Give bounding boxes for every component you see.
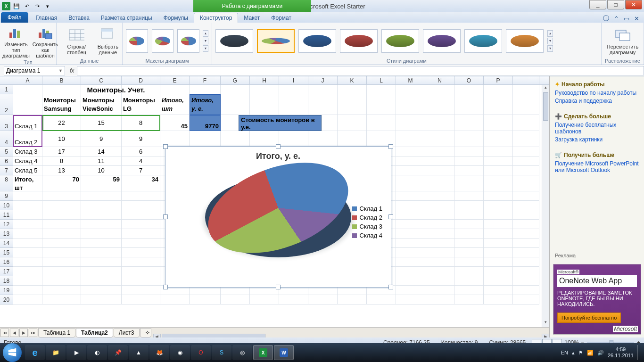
sheet-nav-first[interactable]: ⏮ (0, 329, 9, 337)
col-header[interactable]: I (279, 76, 308, 84)
chart-style-2[interactable] (257, 29, 295, 53)
row-header[interactable]: 2 (0, 94, 13, 115)
tab-file[interactable]: Файл (1, 12, 28, 23)
cell[interactable]: 59 (81, 175, 122, 191)
col-header[interactable]: H (250, 76, 279, 84)
sheet-nav-next[interactable]: ▶ (19, 329, 28, 337)
taskbar-opera-icon[interactable]: O (191, 345, 211, 360)
cell[interactable]: 10 (42, 131, 81, 147)
tray-flag-icon[interactable]: ⚑ (578, 350, 583, 356)
col-header[interactable]: L (367, 76, 396, 84)
link-help[interactable]: Справка и поддержка (555, 98, 639, 104)
row-header[interactable]: 11 (0, 210, 13, 220)
undo-icon[interactable]: ↶ (23, 2, 31, 10)
cell[interactable]: Мониторы Samsung (42, 94, 81, 115)
col-header[interactable]: C (81, 76, 122, 84)
help-icon[interactable]: ⓘ (603, 14, 609, 23)
row-header[interactable]: 20 (0, 295, 13, 304)
cell[interactable]: Склад 3 (13, 147, 42, 156)
namebox-dropdown-icon[interactable]: ▼ (58, 68, 63, 73)
layouts-scroll-down[interactable]: ▾ (203, 38, 208, 44)
taskbar-word-icon[interactable]: W (274, 345, 294, 360)
row-header[interactable]: 14 (0, 239, 13, 248)
cell[interactable]: 45 (160, 115, 190, 131)
ribbon-minimize-icon[interactable]: ⌃ (614, 15, 619, 22)
row-header[interactable]: 3 (0, 115, 13, 131)
row-header[interactable]: 4 (0, 131, 13, 147)
col-header[interactable]: B (42, 76, 81, 84)
tab-page-layout[interactable]: Разметка страницы (95, 13, 158, 23)
taskbar-excel-icon[interactable]: X (253, 345, 273, 360)
taskbar-chrome-icon[interactable]: ◉ (170, 345, 190, 360)
select-data-button[interactable]: Выбрать данные (97, 26, 119, 56)
row-header[interactable]: 1 (0, 85, 13, 94)
tray-clock[interactable]: 4:59 26.11.2011 (608, 346, 634, 359)
cell[interactable]: Итого, у. е. (190, 94, 221, 115)
chart-style-8[interactable] (506, 29, 544, 53)
resize-handle[interactable] (276, 285, 281, 289)
embedded-pie-chart[interactable]: Итого, у. е. Склад 1 Склад 2 Склад 3 Скл… (165, 146, 391, 288)
cell[interactable]: 34 (122, 175, 160, 191)
chart-layout-2[interactable] (152, 29, 174, 53)
fx-label[interactable]: fx (70, 67, 74, 74)
chart-style-1[interactable] (215, 29, 253, 53)
cell[interactable]: 8 (42, 156, 81, 166)
col-header[interactable]: M (396, 76, 425, 84)
resize-handle[interactable] (388, 285, 393, 289)
col-header[interactable]: G (221, 76, 250, 84)
resize-handle[interactable] (163, 214, 168, 219)
tray-lang[interactable]: EN (561, 350, 568, 355)
col-header[interactable]: O (454, 76, 484, 84)
layouts-scroll-up[interactable]: ▴ (203, 30, 208, 37)
tray-volume-icon[interactable]: 🔊 (597, 350, 604, 356)
sheet-nav-prev[interactable]: ◀ (10, 329, 18, 337)
chart-style-4[interactable] (340, 29, 378, 53)
chart-style-3[interactable] (298, 29, 336, 53)
tab-constructor[interactable]: Конструктор (194, 13, 238, 23)
grid-body[interactable]: Мониторы. Учет. 1 2 Мониторы Samsung Мон… (0, 85, 549, 304)
link-guide[interactable]: Руководство по началу работы (555, 90, 639, 96)
row-header[interactable]: 17 (0, 267, 13, 276)
chart-style-6[interactable] (423, 29, 461, 53)
resize-handle[interactable] (388, 144, 393, 149)
col-header[interactable]: K (338, 76, 367, 84)
sheet-nav-last[interactable]: ⏭ (29, 329, 37, 337)
sheet-tab[interactable]: Лист3 (114, 328, 140, 337)
row-header[interactable]: 5 (0, 147, 13, 156)
row-header[interactable]: 9 (0, 191, 13, 201)
taskbar-explorer-icon[interactable]: 📁 (46, 345, 66, 360)
cell[interactable]: 8 (122, 115, 160, 131)
cell[interactable]: 4 (122, 156, 160, 166)
vertical-scrollbar[interactable]: ▴ ▾ (542, 85, 549, 327)
cell[interactable]: 15 (81, 115, 122, 131)
move-chart-button[interactable]: Переместить диаграмму (604, 26, 641, 56)
chart-legend[interactable]: Склад 1 Склад 2 Склад 3 Склад 4 (352, 203, 382, 241)
cell[interactable]: 17 (42, 147, 81, 156)
cell[interactable]: Итого, шт (160, 94, 190, 115)
cell[interactable]: Мониторы ViewSonic (81, 94, 122, 115)
new-sheet-button[interactable]: ✧ (140, 328, 151, 337)
row-header[interactable]: 6 (0, 156, 13, 166)
taskbar-app2-icon[interactable]: ◎ (232, 345, 252, 360)
change-chart-type-button[interactable]: Изменить тип диаграммы (3, 24, 29, 59)
cell[interactable]: 70 (42, 175, 81, 191)
tab-insert[interactable]: Вставка (63, 13, 95, 23)
cell[interactable]: 6 (122, 147, 160, 156)
show-desktop-button[interactable] (637, 345, 641, 360)
maximize-button[interactable]: □ (607, 0, 624, 9)
ad-card[interactable]: Microsoft® OneNote Web App РЕДАКТИРОВАНИ… (553, 264, 641, 335)
cell[interactable]: 11 (81, 156, 122, 166)
chart-layout-1[interactable] (126, 29, 148, 53)
row-header[interactable]: 15 (0, 248, 13, 257)
tray-show-hidden-icon[interactable]: ▴ (572, 350, 575, 356)
close-button[interactable]: ✕ (625, 0, 642, 9)
col-header[interactable] (513, 76, 539, 84)
styles-scroll-down[interactable]: ▾ (547, 38, 553, 44)
tab-home[interactable]: Главная (30, 13, 63, 23)
cell[interactable]: Склад 2 (13, 131, 42, 147)
start-button[interactable] (3, 343, 22, 362)
taskbar-vlc-icon[interactable]: ▲ (129, 345, 149, 360)
col-header[interactable]: A (13, 76, 42, 84)
switch-row-column-button[interactable]: Строка/столбец (59, 26, 94, 56)
col-header[interactable]: N (425, 76, 454, 84)
